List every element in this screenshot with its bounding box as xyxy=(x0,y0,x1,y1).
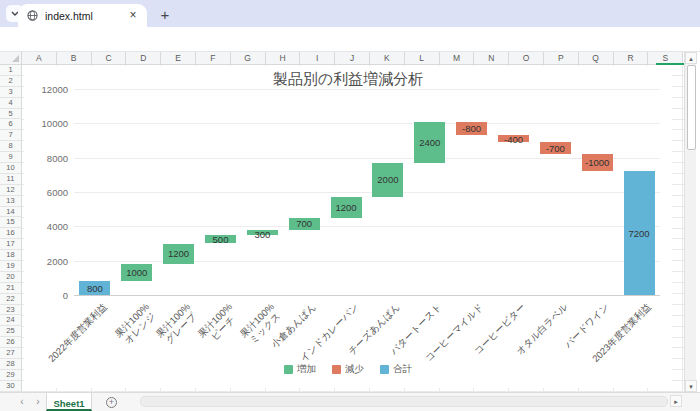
vertical-scrollbar[interactable]: ▴ ▾ xyxy=(684,52,696,392)
sheet-tab-sheet1[interactable]: Sheet1 xyxy=(46,393,92,411)
sheets-prev-icon[interactable]: ‹ xyxy=(14,393,30,411)
scroll-down-icon[interactable]: ▾ xyxy=(685,380,697,392)
column-header-H[interactable]: H xyxy=(266,52,301,65)
browser-toolbar: ← → ゲスト ⋮ xyxy=(0,27,700,52)
row-header-21[interactable]: 21 xyxy=(0,283,22,294)
row-header-28[interactable]: 28 xyxy=(0,359,22,370)
row-header-22[interactable]: 22 xyxy=(0,294,22,305)
column-header-Q[interactable]: Q xyxy=(579,52,614,65)
chart-bar-decrease[interactable]: -1000 xyxy=(582,154,613,171)
column-header-O[interactable]: O xyxy=(509,52,544,65)
row-header-10[interactable]: 10 xyxy=(0,163,22,174)
bar-value-label: 2000 xyxy=(372,174,403,185)
row-header-5[interactable]: 5 xyxy=(0,109,22,120)
column-header-R[interactable]: R xyxy=(614,52,649,65)
row-header-25[interactable]: 25 xyxy=(0,326,22,337)
column-header-C[interactable]: C xyxy=(92,52,127,65)
row-header-29[interactable]: 29 xyxy=(0,370,22,381)
chart-bar-total[interactable]: 800 xyxy=(79,281,110,295)
chart-bar-increase[interactable]: 1000 xyxy=(121,264,152,281)
chart-bar-increase[interactable]: 2000 xyxy=(372,163,403,197)
add-sheet-icon[interactable]: + xyxy=(106,397,117,408)
y-gridline xyxy=(74,295,660,296)
legend-item-total[interactable]: 合計 xyxy=(380,363,412,376)
column-header-D[interactable]: D xyxy=(126,52,161,65)
browser-tab[interactable]: index.html × xyxy=(18,4,147,27)
row-header-14[interactable]: 14 xyxy=(0,207,22,218)
chart-bar-increase[interactable]: 700 xyxy=(289,218,320,230)
column-header-N[interactable]: N xyxy=(474,52,509,65)
browser-window: index.html × + ← → ゲスト ⋮ ABCDE xyxy=(0,0,700,411)
row-headers: 1234567891011121314151617181920212223242… xyxy=(0,65,22,392)
column-header-A[interactable]: A xyxy=(22,52,57,65)
legend-swatch-icon xyxy=(284,365,293,374)
column-header-G[interactable]: G xyxy=(231,52,266,65)
column-header-E[interactable]: E xyxy=(161,52,196,65)
row-header-2[interactable]: 2 xyxy=(0,76,22,87)
sheets-next-icon[interactable]: › xyxy=(30,393,46,411)
new-tab-button[interactable]: + xyxy=(155,5,175,25)
row-header-4[interactable]: 4 xyxy=(0,98,22,109)
chart-bar-increase[interactable]: 1200 xyxy=(163,244,194,265)
bar-value-label: -700 xyxy=(540,143,571,154)
tab-title: index.html xyxy=(45,10,126,22)
row-header-1[interactable]: 1 xyxy=(0,65,22,76)
legend-label: 合計 xyxy=(393,363,412,376)
row-header-8[interactable]: 8 xyxy=(0,141,22,152)
bar-value-label: 500 xyxy=(205,234,236,245)
row-header-15[interactable]: 15 xyxy=(0,217,22,228)
column-header-P[interactable]: P xyxy=(544,52,579,65)
column-header-M[interactable]: M xyxy=(440,52,475,65)
row-header-11[interactable]: 11 xyxy=(0,174,22,185)
chart-bar-increase[interactable]: 1200 xyxy=(331,197,362,218)
bar-value-label: 800 xyxy=(79,283,110,294)
row-header-24[interactable]: 24 xyxy=(0,315,22,326)
y-axis-tick-label: 2000 xyxy=(28,256,68,267)
chart-bar-increase[interactable]: 300 xyxy=(247,230,278,235)
vertical-scroll-thumb[interactable] xyxy=(687,65,696,150)
selection-accent xyxy=(656,63,684,65)
row-header-17[interactable]: 17 xyxy=(0,239,22,250)
y-gridline xyxy=(74,123,660,124)
column-header-J[interactable]: J xyxy=(335,52,370,65)
row-header-30[interactable]: 30 xyxy=(0,381,22,392)
row-header-20[interactable]: 20 xyxy=(0,272,22,283)
row-header-6[interactable]: 6 xyxy=(0,119,22,130)
row-header-19[interactable]: 19 xyxy=(0,261,22,272)
chart-bar-decrease[interactable]: -700 xyxy=(540,142,571,154)
chart-bar-decrease[interactable]: -800 xyxy=(456,122,487,136)
bar-value-label: -1000 xyxy=(582,157,613,168)
chart-bar-total[interactable]: 7200 xyxy=(624,171,655,295)
chart-bar-increase[interactable]: 500 xyxy=(205,235,236,244)
legend-label: 減少 xyxy=(345,363,364,376)
row-header-13[interactable]: 13 xyxy=(0,196,22,207)
x-axis-category-label: 果汁100% グレープ xyxy=(154,301,200,347)
chart-bar-decrease[interactable]: -400 xyxy=(498,135,529,142)
row-header-27[interactable]: 27 xyxy=(0,348,22,359)
horizontal-scrollbar[interactable] xyxy=(140,396,668,407)
tab-close-icon[interactable]: × xyxy=(126,9,140,23)
legend-item-decrease[interactable]: 減少 xyxy=(332,363,364,376)
column-header-B[interactable]: B xyxy=(57,52,92,65)
bar-value-label: -800 xyxy=(456,123,487,134)
select-all-cell[interactable] xyxy=(0,52,22,65)
column-header-K[interactable]: K xyxy=(370,52,405,65)
row-header-18[interactable]: 18 xyxy=(0,250,22,261)
scroll-right-icon[interactable]: ▸ xyxy=(670,395,682,407)
row-header-9[interactable]: 9 xyxy=(0,152,22,163)
column-header-F[interactable]: F xyxy=(196,52,231,65)
browser-tab-strip: index.html × + xyxy=(0,0,700,27)
row-header-7[interactable]: 7 xyxy=(0,130,22,141)
chart-bar-increase[interactable]: 2400 xyxy=(414,122,445,163)
row-header-16[interactable]: 16 xyxy=(0,228,22,239)
y-axis-tick-label: 8000 xyxy=(28,153,68,164)
row-header-23[interactable]: 23 xyxy=(0,305,22,316)
scroll-up-icon[interactable]: ▴ xyxy=(685,52,697,64)
y-gridline xyxy=(74,158,660,159)
column-header-L[interactable]: L xyxy=(405,52,440,65)
row-header-3[interactable]: 3 xyxy=(0,87,22,98)
row-header-12[interactable]: 12 xyxy=(0,185,22,196)
legend-item-increase[interactable]: 増加 xyxy=(284,363,316,376)
row-header-26[interactable]: 26 xyxy=(0,337,22,348)
column-header-I[interactable]: I xyxy=(300,52,335,65)
